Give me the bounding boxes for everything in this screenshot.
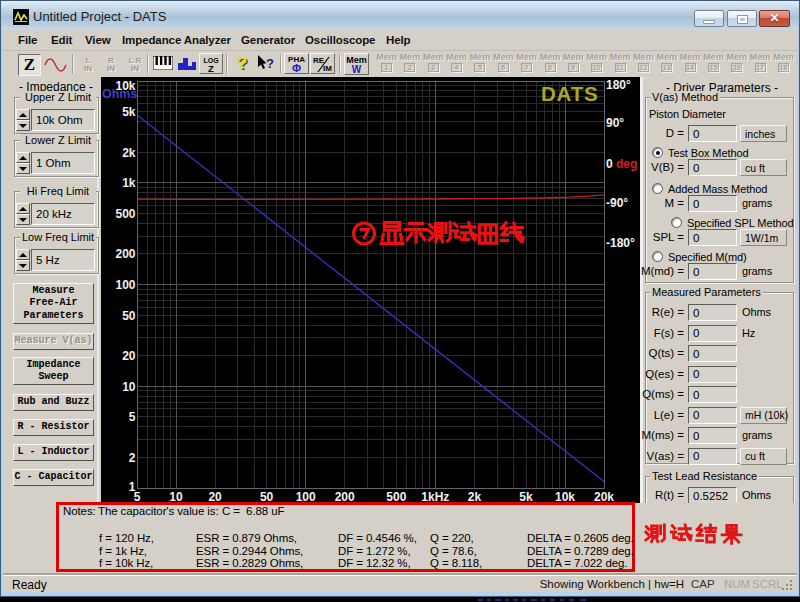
svg-text:200: 200 bbox=[335, 490, 355, 504]
svg-text:10k: 10k bbox=[555, 490, 575, 504]
svg-text:IM: IM bbox=[323, 64, 332, 73]
svg-text:20: 20 bbox=[208, 490, 222, 504]
svg-text:5k: 5k bbox=[122, 105, 136, 119]
svg-text:200: 200 bbox=[115, 247, 135, 261]
svg-text:20: 20 bbox=[122, 349, 136, 363]
svg-text:1: 1 bbox=[129, 480, 136, 494]
svg-text:500: 500 bbox=[115, 207, 135, 221]
svg-text:500: 500 bbox=[386, 490, 406, 504]
svg-text:50: 50 bbox=[260, 490, 274, 504]
svg-text:DATS: DATS bbox=[541, 82, 598, 105]
svg-text:10: 10 bbox=[122, 380, 136, 394]
svg-text:Ohms: Ohms bbox=[102, 87, 137, 101]
svg-text:1k: 1k bbox=[122, 176, 136, 190]
svg-text:?: ? bbox=[266, 56, 274, 71]
svg-text:100: 100 bbox=[296, 490, 316, 504]
svg-text:5: 5 bbox=[129, 410, 136, 424]
svg-text:180°: 180° bbox=[606, 78, 631, 92]
svg-text:2k: 2k bbox=[122, 146, 136, 160]
svg-text:2: 2 bbox=[129, 451, 136, 465]
svg-text:10: 10 bbox=[169, 490, 183, 504]
svg-text:1kHz: 1kHz bbox=[421, 490, 449, 504]
svg-text:100: 100 bbox=[115, 278, 135, 292]
svg-text:5k: 5k bbox=[519, 490, 533, 504]
svg-text:2k: 2k bbox=[468, 490, 482, 504]
svg-text:50: 50 bbox=[122, 309, 136, 323]
